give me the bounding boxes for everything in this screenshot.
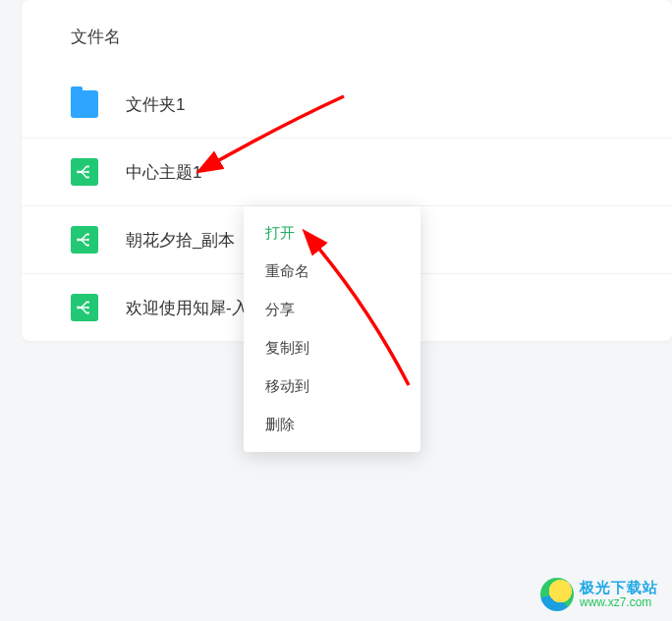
mindmap-file-icon [71, 158, 98, 186]
watermark-title: 极光下载站 [580, 580, 658, 596]
menu-item[interactable]: 分享 [244, 291, 420, 329]
menu-item[interactable]: 移动到 [244, 367, 420, 406]
file-row[interactable]: 中心主题1 [22, 138, 672, 205]
mindmap-file-icon [71, 226, 98, 254]
svg-point-6 [86, 239, 89, 242]
svg-point-2 [86, 171, 89, 174]
watermark: 极光下载站 www.xz7.com [540, 578, 658, 611]
row-label: 欢迎使用知犀-入 [126, 297, 249, 319]
row-label: 中心主题1 [126, 161, 201, 184]
svg-point-11 [86, 311, 89, 314]
row-label: 朝花夕拾_副本 [126, 229, 235, 252]
svg-point-9 [86, 301, 89, 304]
mindmap-file-icon [71, 294, 98, 321]
row-label: 文件夹1 [126, 93, 185, 116]
folder-row[interactable]: 文件夹1 [22, 71, 672, 138]
menu-item[interactable]: 重命名 [244, 253, 420, 291]
watermark-logo-icon [540, 578, 574, 611]
context-menu: 打开重命名分享复制到移动到删除 [244, 206, 420, 452]
svg-point-1 [86, 165, 89, 168]
svg-point-10 [86, 307, 89, 310]
menu-item[interactable]: 删除 [244, 406, 420, 444]
menu-item[interactable]: 打开 [244, 214, 420, 253]
svg-point-7 [86, 244, 89, 247]
column-header-filename: 文件名 [22, 0, 672, 71]
watermark-url: www.xz7.com [580, 596, 658, 609]
svg-point-3 [86, 176, 89, 179]
svg-point-5 [86, 233, 89, 236]
menu-item[interactable]: 复制到 [244, 329, 420, 367]
folder-icon [71, 90, 98, 118]
